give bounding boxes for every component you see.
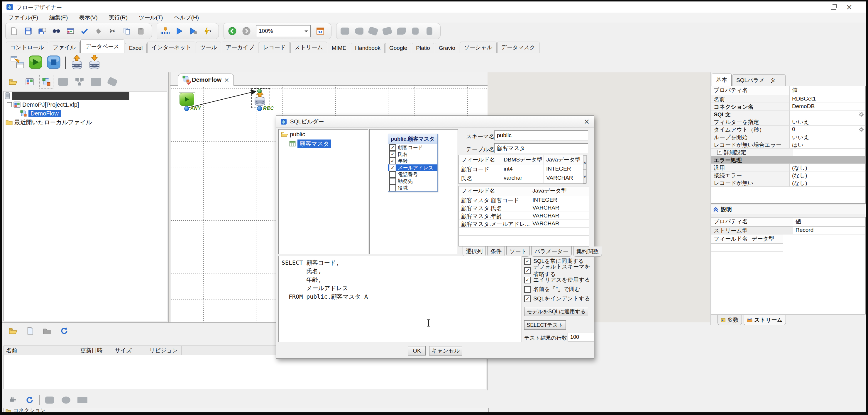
- hierarchy-button[interactable]: [73, 75, 86, 88]
- scroll-down-icon[interactable]: ∨: [583, 169, 587, 183]
- column-header-name[interactable]: 名前: [4, 346, 78, 355]
- tab-handbook[interactable]: Handbook: [351, 43, 384, 53]
- checkbox-unchecked[interactable]: [524, 286, 531, 293]
- project-settings-button[interactable]: [56, 75, 70, 88]
- tab-archive[interactable]: アーカイブ: [222, 42, 258, 53]
- test-connection-button[interactable]: [76, 393, 89, 407]
- property-row[interactable]: レコードが無い場合エラーはい: [711, 141, 865, 148]
- schema-tree-row[interactable]: public: [279, 130, 368, 139]
- tree-row-project[interactable]: − DemoPJ[Project1.xfp]: [4, 100, 167, 109]
- tab-stream-info[interactable]: ストリーム: [744, 315, 786, 325]
- tab-sql-parameters[interactable]: SQLパラメーター: [732, 74, 785, 86]
- new-project-button[interactable]: [23, 75, 36, 88]
- checkbox-checked[interactable]: ✓: [524, 277, 531, 283]
- connector-1-button[interactable]: [338, 25, 352, 37]
- column-header-revision[interactable]: リビジョン: [147, 346, 182, 355]
- flow-tab[interactable]: DemoFlow ×: [178, 74, 234, 85]
- property-row[interactable]: コネクション名DemoDB: [711, 103, 865, 110]
- tab-internet[interactable]: インターネット: [147, 42, 195, 53]
- tab-conditions[interactable]: 条件: [487, 246, 505, 257]
- dialog-close-icon[interactable]: ×: [584, 117, 590, 126]
- checkbox-checked[interactable]: ✓: [389, 151, 396, 158]
- field-row[interactable]: ✓顧客コード: [388, 144, 437, 151]
- option-row[interactable]: ✓デフォルトスキーマを省略する: [524, 266, 594, 275]
- table-row[interactable]: 顧客マスタ.氏名VARCHAR: [459, 204, 589, 212]
- quick-run-button[interactable]: ▾: [201, 25, 214, 37]
- db-put-component[interactable]: [70, 55, 83, 71]
- refresh-files-button[interactable]: [58, 324, 71, 337]
- tab-google[interactable]: Google: [385, 43, 411, 53]
- property-row[interactable]: 名前RDBGet1: [711, 95, 865, 103]
- tab-parameters[interactable]: パラメーター: [531, 246, 572, 257]
- delete-button[interactable]: [105, 75, 119, 88]
- redo-button[interactable]: [92, 25, 105, 37]
- new-flow-button[interactable]: [39, 75, 53, 89]
- forward-button[interactable]: [240, 25, 253, 37]
- tab-select-columns[interactable]: 選択列: [463, 246, 486, 257]
- gear-icon[interactable]: [859, 127, 864, 132]
- connector-6-button[interactable]: [409, 25, 422, 37]
- checkbox-checked[interactable]: ✓: [524, 267, 531, 274]
- field-row[interactable]: ✓氏名: [388, 151, 437, 158]
- open-file-button[interactable]: [6, 324, 20, 337]
- tab-control[interactable]: コントロール: [6, 42, 48, 53]
- cut-button[interactable]: ✂: [106, 25, 119, 37]
- property-row[interactable]: タイムアウト（秒）0: [711, 126, 865, 133]
- ok-button[interactable]: OK: [408, 346, 426, 355]
- copy-button[interactable]: [120, 25, 133, 37]
- option-row[interactable]: 名前を「"」で囲む: [524, 285, 580, 294]
- tab-record[interactable]: レコード: [259, 42, 290, 53]
- save-all-button[interactable]: [35, 25, 49, 37]
- scroll-up-icon[interactable]: ∧: [583, 155, 587, 169]
- table-card[interactable]: public.顧客マスタ ✓顧客コード ✓氏名 ✓年齢 ✓メールアドレス 電話番…: [388, 134, 438, 192]
- debug-run-button[interactable]: [187, 25, 200, 37]
- tree-row-server[interactable]: [4, 92, 167, 100]
- schema-name-input[interactable]: [494, 130, 588, 140]
- flow-tab-close-icon[interactable]: ×: [224, 76, 229, 83]
- connector-4-button[interactable]: [380, 25, 394, 37]
- menu-item-tools[interactable]: ツール(T): [139, 14, 163, 22]
- save-button[interactable]: [22, 25, 35, 37]
- field-row[interactable]: ✓年齢: [388, 158, 437, 164]
- property-row[interactable]: フィルターを指定いいえ: [711, 118, 865, 126]
- menu-item-edit[interactable]: 編集(E): [49, 14, 68, 22]
- new-file-button[interactable]: [24, 324, 37, 337]
- gear-icon[interactable]: [859, 112, 864, 117]
- new-document-button[interactable]: [7, 25, 21, 37]
- menu-item-help[interactable]: ヘルプ(H): [174, 14, 199, 22]
- column-header-modified[interactable]: 更新日時: [78, 346, 112, 355]
- tab-variables[interactable]: 変数: [717, 315, 742, 325]
- tree-row-flow[interactable]: DemoFlow: [4, 109, 167, 118]
- apply-model-button[interactable]: モデルをSQLに適用する: [524, 307, 588, 316]
- expand-icon[interactable]: +: [717, 150, 722, 155]
- connector-5-button[interactable]: [395, 25, 408, 37]
- checkbox-checked[interactable]: ✓: [389, 144, 396, 151]
- option-row[interactable]: ✓SQLをインデントする: [524, 294, 590, 303]
- table-name-input[interactable]: [494, 143, 588, 153]
- tab-excel[interactable]: Excel: [125, 43, 147, 53]
- field-row-selected[interactable]: ✓メールアドレス: [388, 164, 437, 171]
- connection-section-bar[interactable]: コネクション: [3, 408, 489, 412]
- checkbox-checked[interactable]: ✓: [524, 296, 531, 302]
- add-connection-button[interactable]: [43, 393, 56, 407]
- connector-7-button[interactable]: [423, 25, 436, 37]
- test-rows-input[interactable]: [568, 333, 594, 341]
- close-button[interactable]: ×: [841, 2, 857, 12]
- field-row[interactable]: 電話番号: [388, 171, 437, 178]
- menu-item-view[interactable]: 表示(V): [79, 14, 97, 22]
- description-header[interactable]: 説明: [711, 205, 866, 214]
- fit-window-button[interactable]: [314, 25, 327, 37]
- option-row[interactable]: ✓エイリアスを使用する: [524, 275, 590, 285]
- run-button[interactable]: [173, 25, 186, 37]
- start-node[interactable]: [179, 92, 195, 107]
- paste-button[interactable]: [134, 25, 148, 37]
- start-output-port[interactable]: [184, 106, 189, 111]
- connection-button[interactable]: [6, 393, 20, 407]
- field-row[interactable]: 役職: [388, 185, 437, 192]
- refresh-connections-button[interactable]: [23, 393, 36, 407]
- menu-item-file[interactable]: ファイル(F): [8, 14, 38, 22]
- input-port[interactable]: [257, 89, 262, 93]
- tab-gravio[interactable]: Gravio: [435, 43, 459, 53]
- db-output-port[interactable]: [257, 106, 262, 111]
- db-get-component[interactable]: [88, 55, 101, 71]
